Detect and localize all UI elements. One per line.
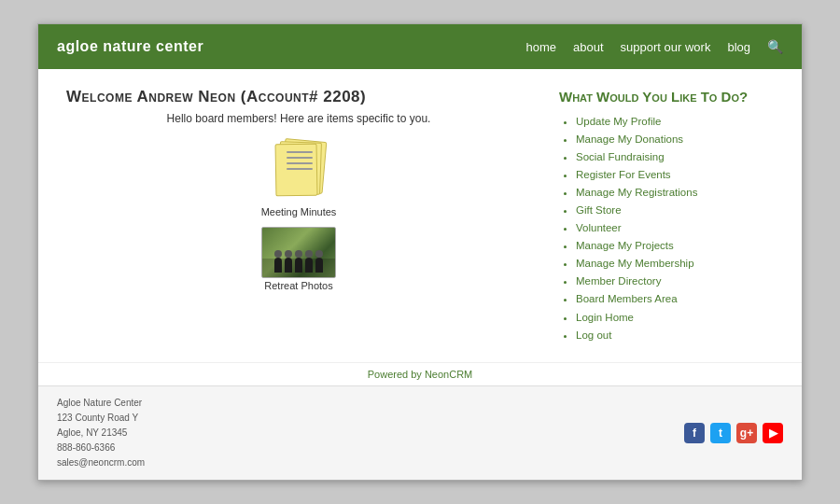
gift-store-link[interactable]: Gift Store	[576, 204, 622, 216]
site-logo: agloe nature center	[57, 38, 203, 55]
list-item: Manage My Membership	[576, 256, 774, 271]
manage-projects-link[interactable]: Manage My Projects	[576, 240, 674, 251]
blog-link[interactable]: blog	[727, 40, 750, 54]
google-plus-icon[interactable]: g+	[736, 423, 757, 443]
phone: 888-860-6366	[57, 441, 145, 455]
site-footer: Agloe Nature Center 123 County Road Y Ag…	[38, 385, 802, 480]
list-item: Manage My Donations	[576, 132, 774, 147]
list-item: Social Fundraising	[576, 149, 774, 164]
browser-window: agloe nature center home about support o…	[37, 23, 803, 481]
logout-link[interactable]: Log out	[576, 329, 611, 341]
neoncrm-link[interactable]: Powered by NeonCRM	[368, 369, 473, 380]
person-3	[295, 258, 302, 273]
retreat-photo-thumb[interactable]	[261, 227, 336, 278]
welcome-heading: Welcome Andrew Neon (Account# 2208)	[66, 88, 531, 106]
social-icons: f t g+ ▶	[684, 423, 783, 443]
person-1	[274, 258, 282, 273]
list-item: Board Members Area	[576, 291, 774, 306]
content-area: Welcome Andrew Neon (Account# 2208) Hell…	[38, 69, 802, 362]
facebook-icon[interactable]: f	[684, 423, 705, 443]
register-events-link[interactable]: Register For Events	[576, 169, 671, 180]
volunteer-link[interactable]: Volunteer	[576, 222, 622, 233]
person-4	[305, 258, 313, 273]
list-item: Retreat Photos	[261, 227, 336, 291]
people-silhouette	[274, 258, 323, 273]
left-section: Welcome Andrew Neon (Account# 2208) Hell…	[66, 88, 531, 353]
manage-registrations-link[interactable]: Manage My Registrations	[576, 187, 697, 198]
nav-links: home about support our work blog 🔍	[526, 39, 783, 54]
doc-line	[287, 151, 313, 153]
support-link[interactable]: support our work	[621, 40, 711, 54]
meeting-minutes-label[interactable]: Meeting Minutes	[261, 206, 337, 217]
twitter-icon[interactable]: t	[710, 423, 731, 443]
list-item: Gift Store	[576, 203, 774, 217]
list-item: Meeting Minutes	[261, 140, 337, 217]
items-container: Meeting Minutes	[66, 140, 531, 291]
login-home-link[interactable]: Login Home	[576, 312, 634, 323]
list-item: Login Home	[576, 310, 774, 325]
person-5	[315, 258, 323, 273]
list-item: Log out	[576, 328, 774, 343]
board-members-link[interactable]: Board Members Area	[576, 293, 678, 304]
manage-donations-link[interactable]: Manage My Donations	[576, 133, 683, 145]
doc-line	[287, 157, 313, 159]
about-link[interactable]: about	[573, 40, 604, 54]
doc-lines	[287, 151, 313, 174]
person-2	[285, 258, 292, 273]
update-profile-link[interactable]: Update My Profile	[576, 116, 661, 127]
powered-by-bar: Powered by NeonCRM	[38, 362, 802, 385]
manage-membership-link[interactable]: Manage My Membership	[576, 258, 694, 269]
list-item: Manage My Registrations	[576, 185, 774, 200]
list-item: Register For Events	[576, 167, 774, 182]
address-line3: Agloe, NY 21345	[57, 426, 145, 441]
youtube-icon[interactable]: ▶	[763, 423, 783, 443]
nav-bar: agloe nature center home about support o…	[38, 24, 802, 69]
list-item: Update My Profile	[576, 114, 774, 129]
document-icon	[273, 140, 325, 201]
retreat-photos-label[interactable]: Retreat Photos	[264, 280, 332, 291]
action-heading: What Would You Like To Do?	[559, 88, 774, 106]
doc-line	[287, 162, 313, 164]
list-item: Member Directory	[576, 273, 774, 288]
board-message: Hello board members! Here are items spec…	[66, 112, 531, 125]
right-section: What Would You Like To Do? Update My Pro…	[559, 88, 774, 353]
doc-line	[287, 168, 313, 170]
home-link[interactable]: home	[526, 40, 557, 54]
list-item: Volunteer	[576, 220, 774, 235]
list-item: Manage My Projects	[576, 238, 774, 253]
action-list: Update My Profile Manage My Donations So…	[559, 114, 774, 343]
social-fundraising-link[interactable]: Social Fundraising	[576, 151, 665, 162]
footer-address: Agloe Nature Center 123 County Road Y Ag…	[57, 396, 145, 470]
address-line1: Agloe Nature Center	[57, 396, 145, 411]
search-icon[interactable]: 🔍	[767, 39, 783, 54]
member-directory-link[interactable]: Member Directory	[576, 275, 661, 287]
email: sales@neoncrm.com	[57, 455, 145, 470]
address-line2: 123 County Road Y	[57, 411, 145, 426]
main-content: Welcome Andrew Neon (Account# 2208) Hell…	[38, 69, 802, 385]
